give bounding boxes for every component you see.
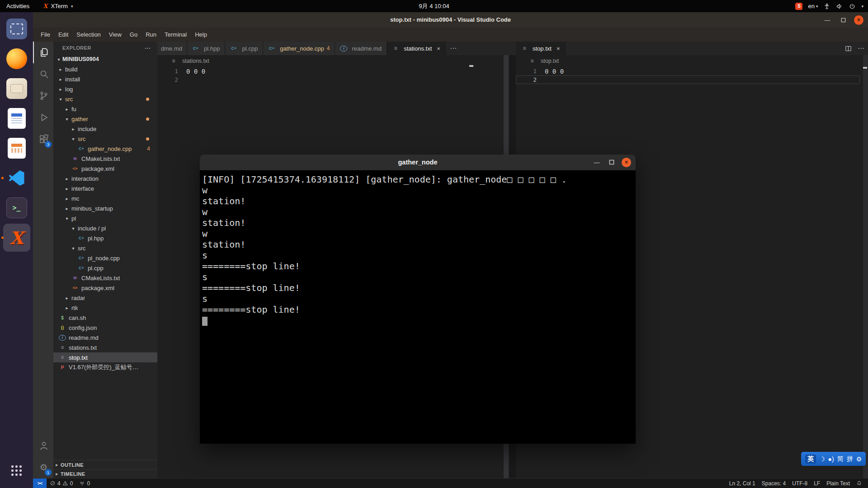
ime-night-mode[interactable]: ☽	[819, 455, 825, 463]
source-control-view-button[interactable]	[33, 85, 53, 107]
explorer-view-button[interactable]	[33, 42, 53, 63]
explorer-root-folder[interactable]: ▾ MINIBUS0904	[53, 54, 157, 64]
tree-item-pl-hpp[interactable]: C+pl.hpp	[53, 233, 157, 243]
menu-terminal[interactable]: Terminal	[160, 31, 191, 38]
tree-item-can-sh[interactable]: $can.sh	[53, 313, 157, 323]
terminal-output[interactable]: [INFO] [1725415374.163918112] [gather_no…	[200, 170, 636, 444]
tree-item-cmakelists-txt[interactable]: MCMakeLists.txt	[53, 273, 157, 283]
tree-item-v1-67[interactable]: PV1.67(外部受控)_蓝鲸号线控整…	[53, 362, 157, 372]
close-tab-icon[interactable]: ×	[437, 45, 440, 52]
settings-button[interactable]: ⚙ 1	[33, 456, 53, 478]
sogou-input-icon[interactable]: S	[795, 3, 802, 10]
tree-item-interaction[interactable]: ▸interaction	[53, 174, 157, 183]
menu-file[interactable]: File	[37, 31, 54, 38]
ime-pinyin[interactable]: 拼	[847, 455, 853, 463]
menu-view[interactable]: View	[105, 31, 126, 38]
xterm-dock-button[interactable]	[3, 224, 30, 252]
tree-item-src[interactable]: ▾src	[53, 94, 157, 104]
status-indentation[interactable]: Spaces: 4	[759, 479, 789, 488]
activities-button[interactable]: Activities	[6, 3, 29, 9]
tree-item-fu[interactable]: ▸fu	[53, 104, 157, 114]
keyboard-layout-indicator[interactable]: en ▾	[808, 3, 818, 9]
tree-item-stop-txt[interactable]: ≡stop.txt	[53, 352, 157, 362]
tab-gather-node-cpp[interactable]: C+gather_node.cpp4	[263, 42, 335, 55]
extensions-view-button[interactable]: 3	[33, 128, 53, 150]
menu-selection[interactable]: Selection	[72, 31, 104, 38]
timeline-section[interactable]: ▸ TIMELINE	[53, 469, 157, 478]
breadcrumb[interactable]: ≡stations.txt	[157, 55, 509, 67]
tab-stations-txt[interactable]: ≡stations.txt×	[387, 42, 446, 55]
tree-item-interface[interactable]: ▸interface	[53, 183, 157, 193]
close-button[interactable]: ×	[854, 15, 863, 25]
tree-item-build[interactable]: ▸build	[53, 64, 157, 74]
scrollbar[interactable]	[863, 55, 868, 478]
more-tabs-button[interactable]: ⋯	[446, 42, 461, 55]
libreoffice-impress-dock-button[interactable]	[3, 134, 30, 162]
ime-sound[interactable]: ●)	[828, 455, 834, 463]
maximize-button[interactable]	[607, 157, 617, 167]
clock[interactable]: 9月 4 10:04	[419, 2, 449, 10]
menu-run[interactable]: Run	[142, 31, 160, 38]
tab-dme-md[interactable]: dme.md	[157, 42, 187, 55]
firefox-dock-button[interactable]	[3, 45, 30, 73]
power-icon[interactable]	[849, 3, 856, 10]
status-language-mode[interactable]: Plain Text	[823, 479, 853, 488]
tree-item-pl-cpp[interactable]: C+pl.cpp	[53, 263, 157, 273]
xterm-window[interactable]: gather_node — × [INFO] [1725415374.16391…	[200, 155, 636, 444]
tab-stop-txt[interactable]: ≡stop.txt×	[516, 42, 566, 55]
tree-item-package-xml[interactable]: <>package.xml	[53, 283, 157, 293]
volume-icon[interactable]	[836, 3, 843, 10]
ime-simplified[interactable]: 简	[837, 455, 844, 463]
focused-app-menu[interactable]: X XTerm ▾	[43, 3, 73, 9]
tree-item-package-xml[interactable]: <>package.xml	[53, 164, 157, 174]
split-editor-icon[interactable]	[844, 45, 852, 52]
status-eol[interactable]: LF	[811, 479, 823, 488]
tree-item-minibus-startup[interactable]: ▸minibus_startup	[53, 203, 157, 213]
tree-item-radar[interactable]: ▸radar	[53, 293, 157, 303]
show-apps-dock-button[interactable]	[3, 456, 30, 484]
maximize-button[interactable]	[838, 15, 848, 25]
accounts-button[interactable]	[33, 435, 53, 456]
status-cursor-position[interactable]: Ln 2, Col 1	[726, 479, 759, 488]
menu-edit[interactable]: Edit	[54, 31, 72, 38]
tab-readme-md[interactable]: ireadme.md	[335, 42, 387, 55]
close-button[interactable]: ×	[622, 158, 631, 167]
accessibility-icon[interactable]	[823, 3, 830, 10]
tree-item-pl-node-cpp[interactable]: C+pl_node.cpp	[53, 253, 157, 263]
editor-line[interactable]: 2	[516, 75, 860, 84]
remote-indicator[interactable]: ><	[33, 479, 47, 488]
editor-line[interactable]: 10 0 0	[157, 67, 509, 75]
status-encoding[interactable]: UTF-8	[789, 479, 811, 488]
screenshot-tool-dock-button[interactable]	[3, 15, 30, 43]
tree-item-install[interactable]: ▸install	[53, 74, 157, 84]
terminal-dock-button[interactable]	[3, 194, 30, 222]
minimize-button[interactable]: —	[822, 15, 832, 25]
close-tab-icon[interactable]: ×	[557, 45, 560, 52]
tree-item-include[interactable]: ▸include	[53, 124, 157, 134]
tree-item-mc[interactable]: ▸mc	[53, 193, 157, 203]
tree-item-cmakelists-txt[interactable]: MCMakeLists.txt	[53, 154, 157, 164]
search-view-button[interactable]	[33, 63, 53, 85]
libreoffice-writer-dock-button[interactable]	[3, 104, 30, 132]
notifications-bell-button[interactable]	[853, 479, 865, 488]
more-actions-icon[interactable]: ⋯	[858, 44, 864, 52]
menu-help[interactable]: Help	[191, 31, 211, 38]
tree-item-log[interactable]: ▸log	[53, 84, 157, 94]
tree-item-readme-md[interactable]: ireadme.md	[53, 333, 157, 343]
menu-go[interactable]: Go	[126, 31, 142, 38]
tree-item-pl[interactable]: ▾pl	[53, 213, 157, 223]
problems-indicator[interactable]: 4 0	[47, 479, 76, 488]
tree-item-src[interactable]: ▾src	[53, 134, 157, 144]
broadcast-indicator[interactable]: 0	[76, 479, 93, 488]
tree-item-src[interactable]: ▾src	[53, 243, 157, 253]
tab-pl-cpp[interactable]: C+pl.cpp	[225, 42, 263, 55]
editor-line[interactable]: 2	[157, 75, 509, 84]
tree-item-gather[interactable]: ▾gather	[53, 114, 157, 124]
editor-line[interactable]: 10 0 0	[516, 67, 868, 75]
tab-pl-hpp[interactable]: C+pl.hpp	[187, 42, 225, 55]
ime-settings[interactable]: ⚙	[856, 455, 862, 463]
more-actions-icon[interactable]: ⋯	[145, 44, 151, 52]
xterm-titlebar[interactable]: gather_node — ×	[200, 155, 636, 170]
tree-item-include-pl[interactable]: ▾include / pl	[53, 223, 157, 233]
vscode-titlebar[interactable]: stop.txt - minibus0904 - Visual Studio C…	[33, 12, 868, 28]
